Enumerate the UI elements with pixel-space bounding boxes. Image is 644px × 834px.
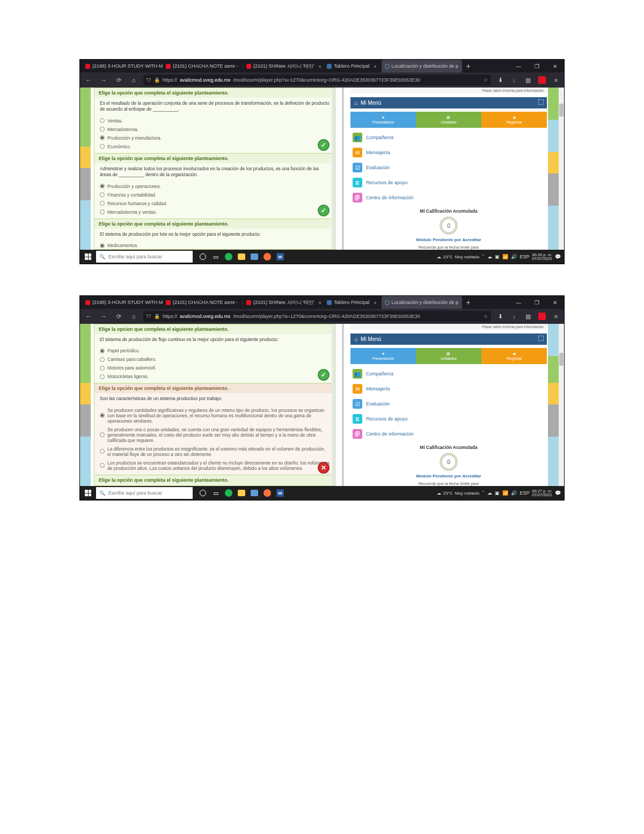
- downloads-button[interactable]: ↓: [509, 75, 519, 85]
- address-bar[interactable]: 🛡 🔒 https://avalicmod.uveg.edu.mx/mod/sc…: [143, 75, 491, 85]
- tab-4[interactable]: Localización y distribución de p×: [382, 296, 462, 309]
- option[interactable]: Producción y manufactura.: [97, 134, 333, 142]
- option[interactable]: Recursos humanos y calidad.: [97, 199, 333, 208]
- close-icon[interactable]: ×: [374, 300, 378, 304]
- back-button[interactable]: ←: [83, 75, 94, 85]
- firefox-button[interactable]: [261, 251, 273, 263]
- menu-button[interactable]: ≡: [551, 311, 561, 321]
- sidebar-item-centro[interactable]: 🗐Centro de información: [350, 190, 547, 205]
- cortana-button[interactable]: [197, 487, 209, 499]
- tray-chevron-icon[interactable]: ˄: [482, 490, 485, 496]
- tab-0[interactable]: (2188) 3-HOUR STUDY WITH M×: [82, 60, 163, 72]
- close-window-button[interactable]: ✕: [546, 296, 564, 309]
- option[interactable]: Mercadotecnia y ventas.: [97, 208, 333, 216]
- folder-button[interactable]: [248, 251, 260, 263]
- collapse-icon[interactable]: [538, 99, 544, 105]
- spotify-button[interactable]: [223, 487, 235, 499]
- option[interactable]: Mercadotecnia.: [97, 125, 333, 134]
- close-icon[interactable]: ×: [318, 64, 323, 68]
- save-pocket-button[interactable]: ⬇: [495, 311, 505, 321]
- taskbar-search[interactable]: 🔍Escribe aquí para buscar: [96, 487, 193, 499]
- task-view-button[interactable]: ▭: [210, 487, 222, 499]
- option[interactable]: Finanzas y contabilidad.: [97, 191, 333, 199]
- back-button[interactable]: ←: [83, 311, 94, 322]
- extension-button[interactable]: [537, 75, 547, 85]
- sidebar-item-evaluacion[interactable]: ☑Evaluación: [350, 396, 547, 411]
- language-indicator[interactable]: ESP: [519, 490, 529, 496]
- weather-widget[interactable]: ☁23°CMuy nublado: [437, 255, 480, 259]
- language-indicator[interactable]: ESP: [519, 254, 529, 259]
- start-button[interactable]: [80, 250, 96, 264]
- maximize-button[interactable]: ❐: [528, 60, 546, 72]
- option[interactable]: Camisas para caballero.: [97, 355, 333, 364]
- maximize-button[interactable]: ❐: [528, 296, 546, 309]
- option[interactable]: Motores para automóvil.: [97, 364, 333, 372]
- tab-1[interactable]: (2101) CHACHA NOTE asmr -×: [163, 60, 243, 72]
- onedrive-icon[interactable]: ☁: [487, 254, 492, 259]
- wifi-icon[interactable]: 📶: [502, 490, 508, 496]
- close-icon[interactable]: ×: [318, 300, 323, 304]
- notifications-icon[interactable]: 💬: [555, 490, 561, 496]
- explorer-button[interactable]: [236, 251, 247, 263]
- wifi-icon[interactable]: 📶: [502, 254, 508, 259]
- collapse-icon[interactable]: [538, 336, 544, 341]
- firefox-button[interactable]: [261, 487, 273, 499]
- close-icon[interactable]: ×: [374, 64, 378, 68]
- new-tab-button[interactable]: +: [462, 62, 475, 70]
- option[interactable]: Producción y operaciones.: [97, 182, 333, 191]
- task-view-button[interactable]: ▭: [210, 251, 222, 263]
- option[interactable]: Papel periódico.: [97, 346, 333, 355]
- word-button[interactable]: W: [274, 251, 286, 263]
- sidebar-item-mensajeria[interactable]: ✉Mensajería: [350, 381, 547, 396]
- volume-icon[interactable]: 🔊: [511, 490, 517, 496]
- weather-widget[interactable]: ☁23°CMuy nublado: [437, 491, 480, 496]
- menu-button[interactable]: ≡: [551, 75, 561, 85]
- option[interactable]: La diferencia entre los productos es ins…: [97, 445, 333, 459]
- extension-button[interactable]: [537, 311, 547, 321]
- close-window-button[interactable]: ✕: [546, 60, 564, 72]
- option[interactable]: Ventas.: [97, 117, 333, 125]
- downloads-button[interactable]: ↓: [509, 311, 519, 321]
- presentacion-button[interactable]: ★Presentación: [350, 112, 416, 128]
- sidebar-item-mensajeria[interactable]: ✉Mensajería: [350, 145, 547, 160]
- library-button[interactable]: ▥: [523, 75, 533, 85]
- option[interactable]: Medicamentos.: [97, 241, 333, 250]
- forward-button[interactable]: →: [98, 75, 109, 85]
- tray-chevron-icon[interactable]: ˄: [482, 254, 485, 259]
- battery-icon[interactable]: ▣: [495, 490, 500, 496]
- sidebar-item-companeros[interactable]: 👥Compañeros: [350, 366, 547, 381]
- volume-icon[interactable]: 🔊: [511, 254, 517, 259]
- word-button[interactable]: W: [274, 487, 286, 499]
- quiz-scrollbar[interactable]: [332, 88, 335, 249]
- tab-0[interactable]: (2188) 3-HOUR STUDY WITH M×: [82, 296, 163, 309]
- page-scrollbar[interactable]: [559, 88, 564, 250]
- new-tab-button[interactable]: +: [462, 298, 475, 307]
- folder-button[interactable]: [248, 487, 260, 499]
- option[interactable]: Motocicletas ligeras.: [97, 372, 333, 381]
- tab-3[interactable]: Tablero Principal×: [324, 296, 382, 309]
- option[interactable]: Se producen una o pocas unidades, se cue…: [97, 425, 333, 445]
- taskbar-clock[interactable]: 06:27 p. m.07/07/2021: [532, 489, 552, 497]
- reload-button[interactable]: ⟳: [113, 311, 124, 322]
- library-button[interactable]: ▥: [523, 311, 533, 321]
- option[interactable]: Económico.: [97, 142, 333, 151]
- minimize-button[interactable]: —: [509, 60, 528, 72]
- presentacion-button[interactable]: ★Presentación: [350, 348, 416, 364]
- battery-icon[interactable]: ▣: [495, 254, 500, 259]
- address-bar[interactable]: 🛡 🔒 https://avalicmod.uveg.edu.mx/mod/sc…: [143, 311, 491, 322]
- regresar-button[interactable]: ◀Regresar: [481, 348, 547, 364]
- tab-2[interactable]: (2101) SHINee 샤이니 '태민'×: [243, 60, 324, 72]
- bookmark-icon[interactable]: ☆: [484, 77, 488, 83]
- unidades-button[interactable]: ▤Unidades: [416, 348, 481, 364]
- bookmark-icon[interactable]: ☆: [484, 314, 488, 319]
- home-button[interactable]: ⌂: [128, 311, 139, 322]
- minimize-button[interactable]: —: [509, 296, 528, 309]
- explorer-button[interactable]: [236, 487, 247, 499]
- reload-button[interactable]: ⟳: [113, 75, 124, 85]
- cortana-button[interactable]: [197, 251, 209, 263]
- spotify-button[interactable]: [223, 251, 235, 263]
- start-button[interactable]: [80, 486, 96, 500]
- taskbar-clock[interactable]: 06:26 p. m.07/07/2021: [532, 253, 552, 261]
- tab-2[interactable]: (2101) SHINee 샤이니 '태민'×: [243, 296, 324, 309]
- onedrive-icon[interactable]: ☁: [487, 490, 492, 496]
